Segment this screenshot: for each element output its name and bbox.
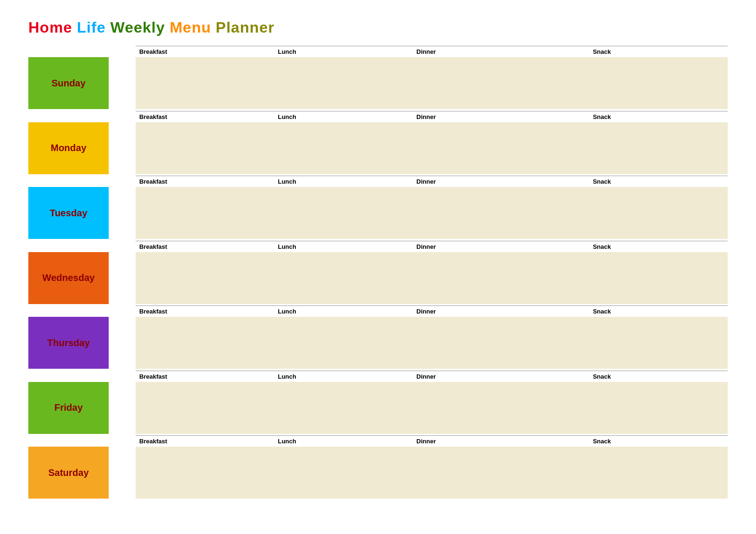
dinner-thursday[interactable] <box>412 317 589 369</box>
header-day-spacer-friday <box>28 371 136 382</box>
day-row-wednesday: Wednesday <box>28 252 728 304</box>
breakfast-sunday[interactable] <box>136 57 274 109</box>
snack-monday[interactable] <box>589 122 728 174</box>
day-row-tuesday: Tuesday <box>28 187 728 239</box>
header-row-wednesday: Breakfast Lunch Dinner Snack <box>28 241 728 252</box>
header-day-spacer-sunday <box>28 46 136 58</box>
dinner-tuesday[interactable] <box>412 187 589 239</box>
day-label-thursday: Thursday <box>28 317 109 369</box>
col-dinner-friday: Dinner <box>412 371 589 382</box>
day-row-sunday: Sunday <box>28 57 728 109</box>
col-lunch-saturday: Lunch <box>274 436 412 447</box>
title-life: Life <box>77 19 106 36</box>
title-home: Home <box>28 19 72 36</box>
breakfast-monday[interactable] <box>136 122 274 174</box>
day-label-saturday: Saturday <box>28 447 109 499</box>
day-cell-sunday: Sunday <box>28 57 136 109</box>
col-lunch-sunday: Lunch <box>274 46 412 58</box>
planner-table: Breakfast Lunch Dinner Snack Sunday Brea… <box>28 46 728 499</box>
col-dinner-thursday: Dinner <box>412 306 589 317</box>
col-lunch-tuesday: Lunch <box>274 176 412 187</box>
col-dinner-saturday: Dinner <box>412 436 589 447</box>
breakfast-tuesday[interactable] <box>136 187 274 239</box>
col-dinner-tuesday: Dinner <box>412 176 589 187</box>
day-row-thursday: Thursday <box>28 317 728 369</box>
col-snack-friday: Snack <box>589 371 728 382</box>
breakfast-thursday[interactable] <box>136 317 274 369</box>
col-lunch-thursday: Lunch <box>274 306 412 317</box>
title-menu: Menu <box>170 19 211 36</box>
snack-wednesday[interactable] <box>589 252 728 304</box>
header-row-thursday: Breakfast Lunch Dinner Snack <box>28 306 728 317</box>
header-day-spacer-saturday <box>28 436 136 447</box>
header-row-monday: Breakfast Lunch Dinner Snack <box>28 111 728 122</box>
day-cell-friday: Friday <box>28 382 136 434</box>
col-breakfast-tuesday: Breakfast <box>136 176 274 187</box>
dinner-friday[interactable] <box>412 382 589 434</box>
col-breakfast-friday: Breakfast <box>136 371 274 382</box>
breakfast-friday[interactable] <box>136 382 274 434</box>
header-row-friday: Breakfast Lunch Dinner Snack <box>28 371 728 382</box>
col-dinner-sunday: Dinner <box>412 46 589 58</box>
snack-thursday[interactable] <box>589 317 728 369</box>
header-day-spacer-thursday <box>28 306 136 317</box>
day-cell-saturday: Saturday <box>28 447 136 499</box>
header-row-tuesday: Breakfast Lunch Dinner Snack <box>28 176 728 187</box>
col-snack-saturday: Snack <box>589 436 728 447</box>
snack-saturday[interactable] <box>589 447 728 499</box>
snack-sunday[interactable] <box>589 57 728 109</box>
snack-friday[interactable] <box>589 382 728 434</box>
col-dinner-monday: Dinner <box>412 111 589 122</box>
day-cell-monday: Monday <box>28 122 136 174</box>
lunch-thursday[interactable] <box>274 317 412 369</box>
col-lunch-friday: Lunch <box>274 371 412 382</box>
breakfast-wednesday[interactable] <box>136 252 274 304</box>
title-weekly: Weekly <box>111 19 165 36</box>
header-day-spacer-wednesday <box>28 241 136 252</box>
lunch-tuesday[interactable] <box>274 187 412 239</box>
lunch-friday[interactable] <box>274 382 412 434</box>
header-row-saturday: Breakfast Lunch Dinner Snack <box>28 436 728 447</box>
lunch-monday[interactable] <box>274 122 412 174</box>
dinner-wednesday[interactable] <box>412 252 589 304</box>
day-label-sunday: Sunday <box>28 57 109 109</box>
col-snack-tuesday: Snack <box>589 176 728 187</box>
title-planner: Planner <box>216 19 275 36</box>
col-snack-thursday: Snack <box>589 306 728 317</box>
page-title: Home Life Weekly Menu Planner <box>28 19 728 36</box>
day-row-friday: Friday <box>28 382 728 434</box>
col-snack-monday: Snack <box>589 111 728 122</box>
day-label-friday: Friday <box>28 382 109 434</box>
day-label-monday: Monday <box>28 122 109 174</box>
day-label-wednesday: Wednesday <box>28 252 109 304</box>
header-row-sunday: Breakfast Lunch Dinner Snack <box>28 46 728 58</box>
dinner-sunday[interactable] <box>412 57 589 109</box>
col-breakfast-sunday: Breakfast <box>136 46 274 58</box>
col-lunch-wednesday: Lunch <box>274 241 412 252</box>
header-day-spacer-tuesday <box>28 176 136 187</box>
col-breakfast-thursday: Breakfast <box>136 306 274 317</box>
col-breakfast-monday: Breakfast <box>136 111 274 122</box>
col-snack-sunday: Snack <box>589 46 728 58</box>
col-snack-wednesday: Snack <box>589 241 728 252</box>
day-row-saturday: Saturday <box>28 447 728 499</box>
col-breakfast-wednesday: Breakfast <box>136 241 274 252</box>
day-row-monday: Monday <box>28 122 728 174</box>
col-breakfast-saturday: Breakfast <box>136 436 274 447</box>
day-label-tuesday: Tuesday <box>28 187 109 239</box>
day-cell-thursday: Thursday <box>28 317 136 369</box>
lunch-sunday[interactable] <box>274 57 412 109</box>
lunch-wednesday[interactable] <box>274 252 412 304</box>
day-cell-wednesday: Wednesday <box>28 252 136 304</box>
dinner-monday[interactable] <box>412 122 589 174</box>
header-day-spacer-monday <box>28 111 136 122</box>
col-lunch-monday: Lunch <box>274 111 412 122</box>
snack-tuesday[interactable] <box>589 187 728 239</box>
day-cell-tuesday: Tuesday <box>28 187 136 239</box>
dinner-saturday[interactable] <box>412 447 589 499</box>
breakfast-saturday[interactable] <box>136 447 274 499</box>
lunch-saturday[interactable] <box>274 447 412 499</box>
col-dinner-wednesday: Dinner <box>412 241 589 252</box>
